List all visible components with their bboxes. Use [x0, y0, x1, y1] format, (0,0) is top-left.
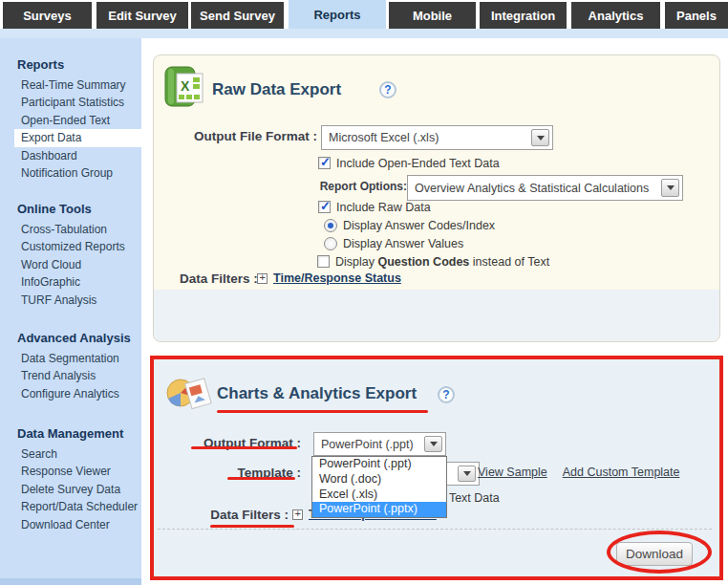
- tab-integration[interactable]: Integration: [480, 2, 567, 29]
- excel-icon: X: [162, 65, 206, 109]
- dropdown-arrow-icon[interactable]: [458, 466, 476, 482]
- question-codes-checkbox[interactable]: [317, 255, 330, 268]
- include-raw-data-checkbox[interactable]: [318, 201, 331, 213]
- sidebar-item-trend-analysis[interactable]: Trend Analysis: [0, 367, 141, 384]
- view-sample-link[interactable]: View Sample: [478, 466, 547, 479]
- template-links: View Sample Add Custom Template: [478, 466, 679, 479]
- sidebar-item-infographic[interactable]: InfoGraphic: [0, 273, 141, 291]
- sidebar-section-advanced-analysis: Advanced Analysis Data Segmentation Tren…: [0, 331, 141, 402]
- sidebar-item-notification-group[interactable]: Notification Group: [0, 164, 141, 182]
- sidebar-item-download-center[interactable]: Download Center: [0, 516, 141, 533]
- select-value: Microsoft Excel (.xls): [329, 131, 439, 144]
- answer-values-row: Display Answer Values: [324, 236, 463, 250]
- sidebar-section-data-management: Data Management Search Response Viewer D…: [0, 426, 141, 533]
- tab-panels[interactable]: Panels: [665, 2, 728, 29]
- svg-text:X: X: [181, 78, 190, 94]
- tab-surveys[interactable]: Surveys: [3, 2, 92, 29]
- sidebar-item-open-ended-text[interactable]: Open-Ended Text: [0, 112, 141, 129]
- help-icon[interactable]: ?: [438, 386, 455, 403]
- expand-plus-icon[interactable]: [292, 509, 303, 520]
- checkbox-label: Include Raw Data: [336, 201, 431, 214]
- sidebar-section-title: Data Management: [17, 426, 141, 442]
- sidebar-item-data-segmentation[interactable]: Data Segmentation: [0, 350, 141, 367]
- output-file-format-select[interactable]: Microsoft Excel (.xls): [321, 125, 553, 150]
- format-option[interactable]: PowerPoint (.pptx): [312, 502, 446, 517]
- checkbox-label: Display Question Codes instead of Text: [335, 255, 549, 269]
- help-icon[interactable]: ?: [379, 81, 396, 98]
- dropdown-arrow-icon[interactable]: [531, 129, 549, 146]
- sidebar-item-delete-survey-data[interactable]: Delete Survey Data: [0, 481, 141, 498]
- red-underline-annotation: [217, 410, 428, 413]
- data-filters-row: Time/Response Status: [257, 271, 401, 285]
- tab-send-survey[interactable]: Send Survey: [191, 2, 284, 29]
- radio-label: Display Answer Codes/Index: [343, 219, 495, 232]
- red-underline-annotation: [210, 525, 294, 528]
- answer-values-radio[interactable]: [324, 237, 337, 250]
- include-open-ended-checkbox[interactable]: [318, 157, 331, 169]
- report-options-select[interactable]: Overview Analytics & Statistical Calcula…: [407, 175, 683, 201]
- tab-reports[interactable]: Reports: [289, 0, 386, 29]
- output-file-format-label: Output File Format :: [154, 129, 317, 143]
- sidebar-section-reports: Reports Real-Time Summary Participant St…: [0, 57, 141, 182]
- format-option[interactable]: Excel (.xls): [312, 488, 446, 503]
- dashed-divider: [158, 529, 712, 530]
- panel-title: Charts & Analytics Export: [217, 384, 417, 403]
- add-custom-template-link[interactable]: Add Custom Template: [563, 466, 680, 479]
- radio-label: Display Answer Values: [343, 237, 463, 250]
- charts-analytics-export-panel: Charts & Analytics Export ? Output Forma…: [150, 356, 723, 580]
- panel-footer: Download: [154, 290, 719, 341]
- select-value: Overview Analytics & Statistical Calcula…: [415, 182, 649, 195]
- sidebar-item-turf-analysis[interactable]: TURF Analysis: [0, 292, 141, 309]
- sidebar-item-search[interactable]: Search: [0, 445, 141, 463]
- format-option[interactable]: Word (.doc): [312, 472, 446, 488]
- output-format-select[interactable]: PowerPoint (.ppt): [313, 432, 446, 456]
- sidebar-item-configure-analytics[interactable]: Configure Analytics: [0, 385, 141, 402]
- sidebar-section-title: Online Tools: [17, 202, 141, 217]
- panel-title: Raw Data Export: [212, 80, 341, 99]
- sidebar-section-online-tools: Online Tools Cross-Tabulation Customized…: [0, 202, 141, 309]
- question-codes-row: Display Question Codes instead of Text: [317, 254, 549, 269]
- expand-plus-icon[interactable]: [257, 273, 268, 284]
- sidebar-item-participant-statistics[interactable]: Participant Statistics: [0, 94, 141, 111]
- answer-codes-row: Display Answer Codes/Index: [324, 218, 495, 232]
- tab-edit-survey[interactable]: Edit Survey: [96, 2, 188, 29]
- output-format-dropdown-list: PowerPoint (.ppt) Word (.doc) Excel (.xl…: [311, 456, 447, 518]
- download-button[interactable]: Download: [616, 542, 693, 566]
- sidebar: Reports Real-Time Summary Participant St…: [0, 38, 141, 585]
- tab-mobile[interactable]: Mobile: [389, 2, 476, 29]
- format-option[interactable]: PowerPoint (.ppt): [312, 457, 446, 472]
- sidebar-item-export-data[interactable]: Export Data: [14, 129, 141, 146]
- sidebar-section-title: Reports: [17, 57, 141, 73]
- red-underline-annotation: [227, 477, 295, 480]
- raw-data-export-panel: X Raw Data Export ? Output File Format :…: [153, 54, 720, 342]
- reports-export-screen: Surveys Edit Survey Send Survey Reports …: [0, 0, 728, 585]
- sidebar-item-customized-reports[interactable]: Customized Reports: [0, 238, 141, 255]
- red-underline-annotation: [191, 446, 297, 449]
- data-filters-label: Data Filters :: [180, 271, 258, 286]
- tab-analytics[interactable]: Analytics: [571, 2, 660, 29]
- dropdown-arrow-icon[interactable]: [424, 436, 442, 452]
- include-raw-data-row: Include Raw Data: [318, 200, 431, 214]
- include-open-ended-row: Include Open-Ended Text Data: [318, 156, 500, 170]
- checkbox-label: Include Open-Ended Text Data: [336, 157, 500, 170]
- data-filters-label: Data Filters :: [182, 508, 289, 522]
- pie-chart-icon: [164, 373, 212, 413]
- sidebar-item-real-time-summary[interactable]: Real-Time Summary: [0, 76, 141, 94]
- sidebar-item-response-viewer[interactable]: Response Viewer: [0, 463, 141, 480]
- answer-codes-radio[interactable]: [324, 219, 337, 232]
- time-response-status-link[interactable]: Time/Response Status: [273, 271, 401, 285]
- sidebar-item-cross-tabulation[interactable]: Cross-Tabulation: [0, 221, 141, 238]
- sidebar-item-word-cloud[interactable]: Word Cloud: [0, 256, 141, 273]
- dropdown-arrow-icon[interactable]: [661, 179, 679, 197]
- report-options-label: Report Options:: [287, 180, 407, 193]
- sidebar-item-report-data-scheduler[interactable]: Report/Data Scheduler: [0, 498, 141, 515]
- sidebar-section-title: Advanced Analysis: [17, 331, 141, 346]
- select-value: PowerPoint (.ppt): [321, 438, 414, 451]
- nav-strip: [0, 29, 728, 38]
- sidebar-item-dashboard[interactable]: Dashboard: [0, 147, 141, 164]
